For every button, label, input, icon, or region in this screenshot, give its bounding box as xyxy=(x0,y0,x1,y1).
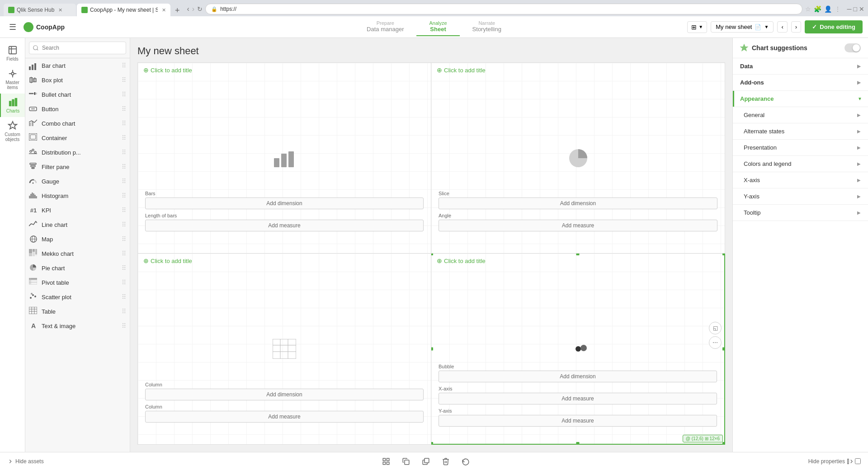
section-appearance-header[interactable]: Appearance ▼ xyxy=(733,91,868,107)
histogram-drag[interactable]: ⠿ xyxy=(122,192,126,199)
asset-map[interactable]: Map ⠿ xyxy=(25,232,130,246)
address-bar[interactable]: 🔒 https:// xyxy=(205,4,802,14)
maximize-btn[interactable]: □ xyxy=(854,5,857,13)
bubble-add-dimension-btn[interactable]: Add dimension xyxy=(439,371,717,382)
asset-gauge[interactable]: Gauge ⠿ xyxy=(25,174,130,188)
yaxis-add-measure-btn[interactable]: Add measure xyxy=(439,415,717,427)
undo-btn[interactable] xyxy=(458,454,473,469)
column1-add-dimension-btn[interactable]: Add dimension xyxy=(145,389,424,400)
pie-chart-drag[interactable]: ⠿ xyxy=(122,264,126,272)
kpi-drag[interactable]: ⠿ xyxy=(122,207,126,214)
asset-bar-chart[interactable]: Bar chart ⠿ xyxy=(25,58,130,73)
resize-handle-top-left[interactable] xyxy=(431,254,433,255)
asset-pivot-table[interactable]: Pivot table ⠿ xyxy=(25,275,130,290)
asset-table[interactable]: Table ⠿ xyxy=(25,304,130,319)
hide-properties-btn[interactable]: Hide properties xyxy=(801,452,868,470)
hamburger-menu[interactable]: ☰ xyxy=(5,20,20,34)
line-chart-drag[interactable]: ⠿ xyxy=(122,221,126,228)
bars-add-dimension-btn[interactable]: Add dimension xyxy=(145,197,424,209)
gauge-drag[interactable]: ⠿ xyxy=(122,178,126,185)
sidebar-item-custom[interactable]: Custom objects xyxy=(0,117,25,146)
asset-bullet-chart[interactable]: Bullet chart ⠿ xyxy=(25,87,130,102)
angle-add-measure-btn[interactable]: Add measure xyxy=(439,220,717,231)
forward-btn[interactable]: › xyxy=(192,5,194,13)
section-tooltip-header[interactable]: Tooltip ▶ xyxy=(736,205,868,221)
scatter-plot-drag[interactable]: ⠿ xyxy=(122,293,126,301)
asset-box-plot[interactable]: Box plot ⠿ xyxy=(25,73,130,87)
map-drag[interactable]: ⠿ xyxy=(122,235,126,243)
combo-chart-drag[interactable]: ⠿ xyxy=(122,120,126,127)
minimize-btn[interactable]: ─ xyxy=(847,5,852,13)
sheet-title[interactable]: My new sheet xyxy=(137,45,725,57)
chart-cell-2[interactable]: ⊕ Click to add title Slice Add dimension xyxy=(431,62,725,254)
asset-container[interactable]: Container ⠿ xyxy=(25,131,130,145)
duplicate-btn[interactable] xyxy=(399,454,413,469)
section-presentation-header[interactable]: Presentation ▶ xyxy=(736,140,868,155)
tab-storytelling[interactable]: Narrate Storytelling xyxy=(460,18,514,36)
resize-handle-bot-mid[interactable] xyxy=(576,442,580,445)
asset-histogram[interactable]: Histogram ⠿ xyxy=(25,188,130,203)
sidebar-item-charts[interactable]: Charts xyxy=(0,94,25,117)
chart4-title[interactable]: ⊕ Click to add title xyxy=(437,257,486,264)
hide-assets-btn[interactable]: Hide assets xyxy=(0,452,51,470)
asset-combo-chart[interactable]: Combo chart ⠿ xyxy=(25,116,130,131)
chart4-more-btn[interactable]: ⋯ xyxy=(709,336,722,349)
prev-sheet-btn[interactable]: ‹ xyxy=(777,21,787,33)
section-alternate-header[interactable]: Alternate states ▶ xyxy=(736,123,868,139)
box-plot-drag[interactable]: ⠿ xyxy=(122,76,126,84)
asset-mekko-chart[interactable]: Mekko chart ⠿ xyxy=(25,246,130,261)
tab-qlik[interactable]: Qlik Sense Hub ✕ xyxy=(4,4,76,16)
menu-icon[interactable]: ⋮ xyxy=(835,5,841,13)
extensions-icon[interactable]: 🧩 xyxy=(814,5,821,13)
chart3-title[interactable]: ⊕ Click to add title xyxy=(143,257,192,264)
reload-btn[interactable]: ↻ xyxy=(197,5,203,13)
asset-text-image[interactable]: A Text & image ⠿ xyxy=(25,319,130,333)
bar-chart-drag[interactable]: ⠿ xyxy=(122,62,126,69)
pivot-table-drag[interactable]: ⠿ xyxy=(122,279,126,286)
chart-cell-3[interactable]: ⊕ Click to add title Column Add xyxy=(137,254,431,445)
back-btn[interactable]: ‹ xyxy=(187,5,189,13)
asset-filter-pane[interactable]: Filter pane ⠿ xyxy=(25,160,130,174)
bullet-chart-drag[interactable]: ⠿ xyxy=(122,91,126,98)
suggestions-toggle[interactable] xyxy=(844,43,861,52)
resize-handle-top-mid[interactable] xyxy=(576,254,580,255)
section-data-header[interactable]: Data ▶ xyxy=(733,58,868,74)
tab-close-coop[interactable]: ✕ xyxy=(162,7,166,13)
container-drag[interactable]: ⠿ xyxy=(122,134,126,141)
mekko-chart-drag[interactable]: ⠿ xyxy=(122,250,126,257)
layout-toggle-btn[interactable]: ⊞ ▼ xyxy=(687,21,707,33)
xaxis-add-measure-btn[interactable]: Add measure xyxy=(439,393,717,404)
tab-close-qlik[interactable]: ✕ xyxy=(58,7,62,13)
section-addons-header[interactable]: Add-ons ▶ xyxy=(733,75,868,90)
resize-handle-mid-right[interactable] xyxy=(722,347,725,350)
asset-button[interactable]: Button ⠿ xyxy=(25,102,130,116)
asset-distribution[interactable]: Distribution p... ⠿ xyxy=(25,145,130,160)
resize-handle-top-right[interactable] xyxy=(722,254,725,255)
chart-cell-4[interactable]: ⊕ Click to add title Bubble Add dimensio… xyxy=(431,254,725,445)
section-xaxis-header[interactable]: X-axis ▶ xyxy=(736,172,868,188)
section-yaxis-header[interactable]: Y-axis ▶ xyxy=(736,188,868,204)
next-sheet-btn[interactable]: › xyxy=(791,21,801,33)
sidebar-item-master[interactable]: Master items xyxy=(0,65,25,94)
asset-line-chart[interactable]: Line chart ⠿ xyxy=(25,217,130,232)
sidebar-item-fields[interactable]: Fields xyxy=(0,42,25,65)
section-colors-header[interactable]: Colors and legend ▶ xyxy=(736,156,868,172)
text-image-drag[interactable]: ⠿ xyxy=(122,322,126,329)
filter-pane-drag[interactable]: ⠿ xyxy=(122,163,126,170)
slice-add-dimension-btn[interactable]: Add dimension xyxy=(439,197,717,209)
bookmark-icon[interactable]: ☆ xyxy=(805,5,811,13)
delete-btn[interactable] xyxy=(439,454,453,469)
search-input[interactable] xyxy=(29,42,126,54)
close-btn[interactable]: ✕ xyxy=(859,5,864,13)
table-drag[interactable]: ⠿ xyxy=(122,308,126,315)
done-editing-btn[interactable]: ✓ Done editing xyxy=(805,20,863,33)
length-add-measure-btn[interactable]: Add measure xyxy=(145,220,424,231)
profile-icon[interactable]: 👤 xyxy=(824,5,832,13)
button-drag[interactable]: ⠿ xyxy=(122,105,126,113)
resize-handle-bot-right[interactable] xyxy=(722,442,725,445)
column2-add-measure-btn[interactable]: Add measure xyxy=(145,411,424,423)
distribution-drag[interactable]: ⠿ xyxy=(122,149,126,156)
new-tab-button[interactable]: + xyxy=(171,6,184,15)
chart4-resize-btn[interactable]: ◱ xyxy=(709,322,722,334)
asset-scatter-plot[interactable]: Scatter plot ⠿ xyxy=(25,290,130,304)
